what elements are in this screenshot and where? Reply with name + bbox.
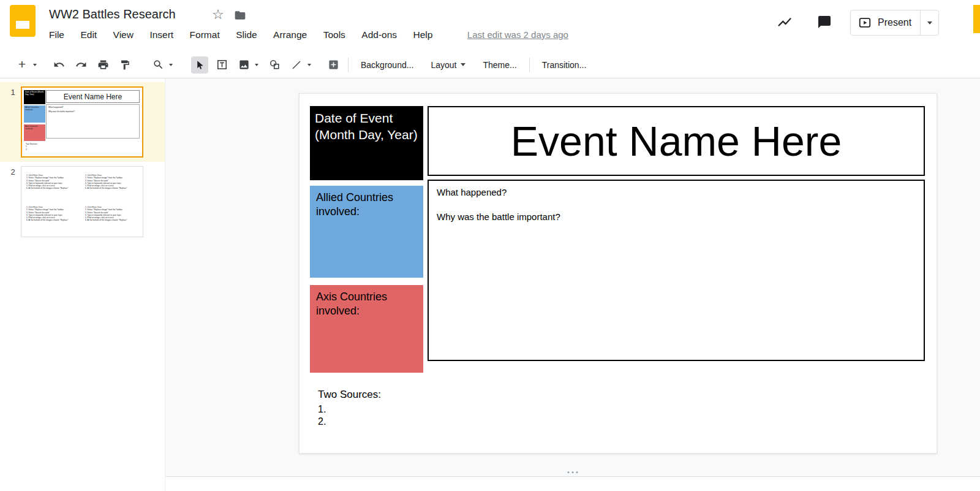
insert-line-button[interactable] [288, 56, 305, 74]
insert-placeholder-button[interactable] [325, 56, 342, 74]
slide-2-number: 2 [5, 166, 21, 237]
zoom-dropdown[interactable] [167, 56, 175, 74]
slide-2-thumbnail[interactable]: 1. Click Here Once 2. Select "Replace im… [21, 166, 143, 237]
zoom-button[interactable] [149, 56, 167, 74]
insert-shape-button[interactable] [266, 56, 283, 74]
menu-help[interactable]: Help [413, 29, 433, 40]
allied-countries-textbox[interactable]: Allied Countries involved: [310, 186, 423, 278]
star-icon[interactable]: ☆ [212, 7, 224, 23]
select-tool-button[interactable] [191, 56, 208, 74]
sources-textbox[interactable]: Two Sources: 1. 2. [318, 389, 381, 428]
menu-file[interactable]: File [49, 29, 64, 40]
present-button[interactable]: Present [851, 10, 920, 35]
slide-1-number: 1 [5, 86, 21, 158]
print-button[interactable] [94, 56, 111, 74]
paint-format-button[interactable] [116, 56, 134, 74]
slide-canvas-area: Date of Event (Month Day, Year) Event Na… [165, 78, 980, 491]
bottom-bar [165, 476, 980, 491]
menu-insert[interactable]: Insert [149, 29, 173, 40]
slide-title-text: Event Name Here [511, 117, 842, 165]
menu-format[interactable]: Format [190, 29, 220, 40]
thumb1-allied-box: Allied Countries involved: [24, 105, 45, 123]
body-textbox[interactable]: What happened? Why was the battle import… [428, 180, 925, 361]
menu-addons[interactable]: Add-ons [361, 29, 397, 40]
comments-icon[interactable] [812, 10, 837, 34]
new-slide-dropdown[interactable] [31, 56, 39, 74]
slide-2-row: 2 1. Click Here Once 2. Select "Replace … [0, 162, 165, 242]
thumb2-instructions-2: 1. Click Here Once 2. Select "Replace im… [85, 174, 141, 204]
present-label: Present [878, 17, 911, 28]
transition-button[interactable]: Transition... [536, 56, 593, 74]
text-box-button[interactable] [213, 56, 230, 74]
source-item-1: 1. [318, 403, 381, 416]
thumb1-title: Event Name Here [46, 90, 140, 103]
slides-logo-page [16, 21, 29, 29]
right-edge-accent [973, 5, 980, 33]
thumb2-instructions-3: 1. Click Here Once 2. Select "Replace im… [26, 206, 83, 235]
header: WW2 Battles Research ☆ File Edit View In… [0, 0, 980, 51]
thumb2-instructions-4: 1. Click Here Once 2. Select "Replace im… [85, 206, 141, 235]
body-question-2: Why was the battle important? [437, 211, 916, 222]
menu-edit[interactable]: Edit [80, 29, 97, 40]
menu-bar: File Edit View Insert Format Slide Arran… [49, 29, 568, 40]
layout-label: Layout [431, 60, 456, 70]
menu-view[interactable]: View [113, 29, 134, 40]
thumb1-date-box: Date of Event (Month Day, Year) [24, 90, 45, 104]
menu-slide[interactable]: Slide [236, 29, 257, 40]
speaker-notes-handle[interactable] [568, 471, 578, 473]
slide-1-row: 1 Date of Event (Month Day, Year) Event … [0, 82, 165, 162]
workspace: 1 Date of Event (Month Day, Year) Event … [0, 78, 980, 491]
present-play-icon [858, 16, 872, 29]
move-folder-icon[interactable] [234, 9, 246, 21]
menu-arrange[interactable]: Arrange [273, 29, 307, 40]
slides-logo-icon[interactable] [10, 5, 36, 37]
thumb1-body: What happened?Why was the battle importa… [46, 104, 140, 139]
toolbar: + [0, 51, 980, 78]
insert-image-dropdown[interactable] [252, 56, 261, 74]
app-window: WW2 Battles Research ☆ File Edit View In… [0, 0, 980, 491]
layout-button[interactable]: Layout [424, 56, 472, 74]
date-textbox[interactable]: Date of Event (Month Day, Year) [310, 106, 423, 180]
title-textbox[interactable]: Event Name Here [428, 106, 925, 176]
present-button-group: Present [850, 10, 939, 36]
new-slide-button[interactable]: + [13, 56, 31, 74]
insert-image-button[interactable] [235, 56, 252, 74]
document-title[interactable]: WW2 Battles Research [49, 7, 176, 21]
menu-tools[interactable]: Tools [323, 29, 345, 40]
present-dropdown[interactable] [920, 10, 938, 35]
axis-countries-textbox[interactable]: Axis Countries involved: [310, 285, 423, 373]
redo-button[interactable] [72, 56, 89, 74]
slide-editor[interactable]: Date of Event (Month Day, Year) Event Na… [299, 93, 937, 454]
theme-button[interactable]: Theme... [477, 56, 522, 74]
thumb1-axis-box: Axis Countries involved: [24, 124, 45, 141]
undo-button[interactable] [50, 56, 67, 74]
slide-1-thumbnail[interactable]: Date of Event (Month Day, Year) Event Na… [21, 86, 143, 158]
thumb2-instructions-1: 1. Click Here Once 2. Select "Replace im… [26, 174, 83, 204]
activity-dashboard-icon[interactable] [772, 10, 797, 34]
background-button[interactable]: Background... [355, 56, 420, 74]
source-item-2: 2. [318, 416, 381, 428]
last-edit-link[interactable]: Last edit was 2 days ago [467, 29, 568, 40]
thumb1-sources: Two Sources:1.2. [26, 143, 75, 158]
slide-filmstrip: 1 Date of Event (Month Day, Year) Event … [0, 78, 165, 491]
insert-line-dropdown[interactable] [305, 56, 314, 74]
body-question-1: What happened? [437, 187, 916, 197]
sources-label: Two Sources: [318, 389, 381, 401]
